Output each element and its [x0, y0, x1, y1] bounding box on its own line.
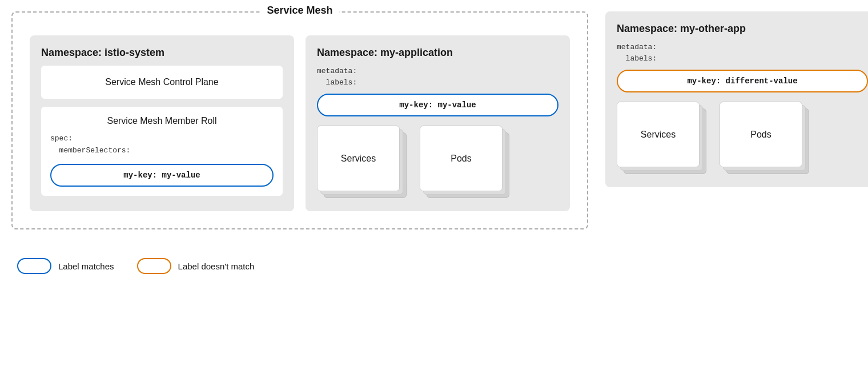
namespace-my-other-app: Namespace: my-other-app metadata: labels…	[605, 11, 868, 187]
myapp-services-wrapper: Services	[317, 126, 408, 200]
namespace-otherapp-pill: my-key: different-value	[617, 70, 868, 92]
legend-matches: Label matches	[17, 258, 114, 274]
namespace-myapp-metadata: metadata: labels:	[317, 66, 558, 88]
legend-pill-orange	[137, 258, 171, 274]
otherapp-pods-label: Pods	[750, 130, 771, 140]
legend: Label matches Label doesn't match	[11, 258, 868, 274]
page-wrapper: Service Mesh Namespace: istio-system Ser…	[11, 11, 868, 391]
namespace-otherapp-metadata: metadata: labels:	[617, 42, 868, 64]
otherapp-services-card: Services	[617, 102, 700, 167]
myapp-pods-card: Pods	[420, 126, 503, 191]
myapp-services-label: Services	[341, 154, 376, 164]
otherapp-pods-wrapper: Pods	[720, 102, 811, 176]
member-roll-label: Service Mesh Member Roll	[50, 116, 274, 126]
myapp-cards-row: Services Pods	[317, 126, 558, 200]
content-row: Service Mesh Namespace: istio-system Ser…	[11, 11, 868, 247]
legend-no-match: Label doesn't match	[137, 258, 255, 274]
namespace-otherapp-title: Namespace: my-other-app	[617, 23, 868, 35]
namespace-istio-title: Namespace: istio-system	[41, 47, 283, 59]
otherapp-cards-row: Services Pods	[617, 102, 868, 176]
myapp-pods-label: Pods	[451, 154, 471, 164]
namespace-my-application: Namespace: my-application metadata: labe…	[306, 35, 570, 211]
member-roll-pill: my-key: my-value	[50, 164, 274, 187]
myapp-services-card: Services	[317, 126, 400, 191]
namespace-myapp-pill: my-key: my-value	[317, 94, 558, 116]
control-plane-label: Service Mesh Control Plane	[105, 77, 218, 87]
legend-matches-label: Label matches	[58, 261, 114, 271]
namespace-istio-system: Namespace: istio-system Service Mesh Con…	[30, 35, 294, 211]
myapp-pods-wrapper: Pods	[420, 126, 511, 200]
otherapp-services-wrapper: Services	[617, 102, 708, 176]
legend-no-match-label: Label doesn't match	[178, 261, 255, 271]
otherapp-services-label: Services	[641, 130, 676, 140]
control-plane-card: Service Mesh Control Plane	[41, 66, 283, 99]
legend-pill-blue	[17, 258, 51, 274]
service-mesh-title: Service Mesh	[260, 5, 339, 17]
namespace-myapp-title: Namespace: my-application	[317, 47, 558, 59]
member-roll-code: spec: memberSelectors:	[50, 133, 274, 157]
service-mesh-box: Service Mesh Namespace: istio-system Ser…	[11, 11, 588, 229]
otherapp-pods-card: Pods	[720, 102, 802, 167]
member-roll-card: Service Mesh Member Roll spec: memberSel…	[41, 107, 283, 196]
